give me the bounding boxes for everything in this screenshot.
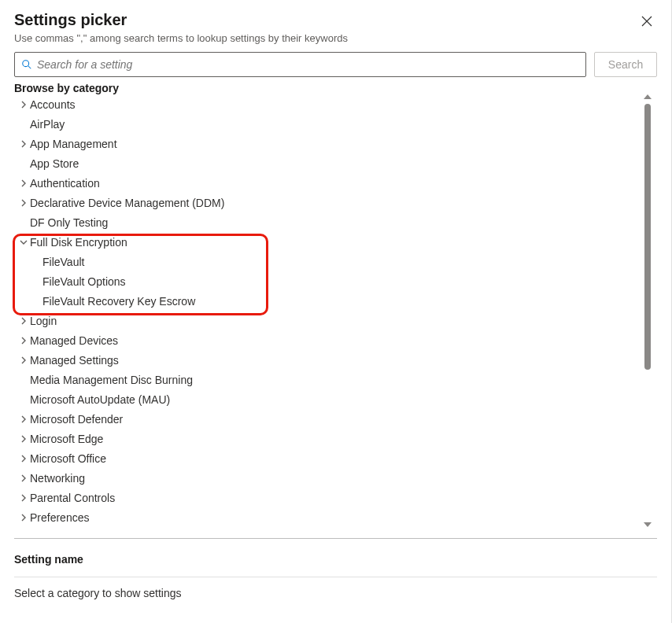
chevron-right-icon bbox=[17, 435, 30, 443]
category-label: Microsoft Defender bbox=[30, 413, 123, 426]
category-item-login[interactable]: Login bbox=[14, 311, 638, 330]
category-item-df-only-testing[interactable]: DF Only Testing bbox=[14, 212, 638, 232]
chevron-right-icon bbox=[17, 514, 30, 522]
search-icon bbox=[21, 59, 32, 70]
svg-line-1 bbox=[28, 66, 31, 69]
category-tree: AccountsAirPlayApp ManagementApp StoreAu… bbox=[14, 94, 657, 527]
category-item-managed-settings[interactable]: Managed Settings bbox=[14, 350, 638, 370]
category-label: Managed Settings bbox=[30, 354, 119, 367]
subcategory-label: FileVault Recovery Key Escrow bbox=[42, 295, 195, 308]
close-icon bbox=[641, 16, 652, 27]
chevron-right-icon bbox=[17, 415, 30, 423]
category-label: Networking bbox=[30, 472, 85, 485]
search-row: Search bbox=[14, 52, 657, 77]
chevron-down-icon bbox=[17, 238, 30, 246]
category-label: Accounts bbox=[30, 98, 76, 111]
close-button[interactable] bbox=[637, 14, 657, 31]
category-item-preferences[interactable]: Preferences bbox=[14, 507, 638, 527]
category-item-authentication[interactable]: Authentication bbox=[14, 173, 638, 193]
empty-settings-message: Select a category to show settings bbox=[14, 577, 657, 609]
category-item-airplay[interactable]: AirPlay bbox=[14, 114, 638, 134]
chevron-right-icon bbox=[17, 101, 30, 109]
subcategory-item-filevault[interactable]: FileVault bbox=[14, 252, 638, 271]
chevron-right-icon bbox=[17, 337, 30, 345]
category-label: Full Disk Encryption bbox=[30, 236, 127, 249]
category-item-app-management[interactable]: App Management bbox=[14, 134, 638, 153]
category-label: Microsoft Edge bbox=[30, 433, 103, 445]
category-item-parental-controls[interactable]: Parental Controls bbox=[14, 488, 638, 507]
category-item-microsoft-autoupdate-mau[interactable]: Microsoft AutoUpdate (MAU) bbox=[14, 389, 638, 409]
subcategory-item-filevault-recovery-key-escrow[interactable]: FileVault Recovery Key Escrow bbox=[14, 291, 638, 311]
category-item-microsoft-defender[interactable]: Microsoft Defender bbox=[14, 409, 638, 429]
chevron-right-icon bbox=[17, 356, 30, 364]
panel-subtitle: Use commas "," among search terms to loo… bbox=[14, 32, 348, 44]
category-item-microsoft-edge[interactable]: Microsoft Edge bbox=[14, 429, 638, 448]
category-item-media-management-disc-burning[interactable]: Media Management Disc Burning bbox=[14, 370, 638, 389]
setting-name-header: Setting name bbox=[14, 539, 657, 577]
chevron-right-icon bbox=[17, 179, 30, 187]
svg-point-0 bbox=[23, 61, 29, 67]
panel-header: Settings picker Use commas "," among sea… bbox=[14, 11, 657, 52]
search-box[interactable] bbox=[14, 52, 586, 77]
category-tree-container: AccountsAirPlayApp ManagementApp StoreAu… bbox=[14, 94, 657, 527]
category-label: Authentication bbox=[30, 177, 100, 190]
scrollbar[interactable] bbox=[641, 94, 655, 527]
search-button[interactable]: Search bbox=[594, 52, 657, 77]
category-label: DF Only Testing bbox=[30, 216, 108, 229]
chevron-right-icon bbox=[17, 317, 30, 325]
category-label: Media Management Disc Burning bbox=[30, 374, 193, 386]
panel-title: Settings picker bbox=[14, 11, 348, 29]
category-label: App Store bbox=[30, 157, 79, 170]
category-label: Declarative Device Management (DDM) bbox=[30, 197, 224, 209]
category-label: Parental Controls bbox=[30, 492, 115, 504]
scroll-down-icon[interactable] bbox=[644, 522, 652, 527]
chevron-right-icon bbox=[17, 140, 30, 148]
category-item-declarative-device-management-ddm[interactable]: Declarative Device Management (DDM) bbox=[14, 193, 638, 212]
category-item-managed-devices[interactable]: Managed Devices bbox=[14, 330, 638, 350]
category-item-accounts[interactable]: Accounts bbox=[14, 94, 638, 114]
chevron-right-icon bbox=[17, 474, 30, 482]
category-label: AirPlay bbox=[30, 118, 65, 131]
chevron-right-icon bbox=[17, 455, 30, 463]
chevron-right-icon bbox=[17, 494, 30, 502]
category-label: Preferences bbox=[30, 511, 89, 524]
browse-by-category-label: Browse by category bbox=[14, 82, 657, 94]
category-label: App Management bbox=[30, 138, 117, 150]
category-label: Microsoft Office bbox=[30, 452, 106, 465]
category-item-microsoft-office[interactable]: Microsoft Office bbox=[14, 448, 638, 468]
settings-picker-panel: Settings picker Use commas "," among sea… bbox=[0, 0, 672, 623]
category-item-networking[interactable]: Networking bbox=[14, 468, 638, 488]
category-label: Microsoft AutoUpdate (MAU) bbox=[30, 393, 170, 406]
category-item-full-disk-encryption[interactable]: Full Disk Encryption bbox=[14, 232, 638, 252]
subcategory-item-filevault-options[interactable]: FileVault Options bbox=[14, 271, 638, 291]
chevron-right-icon bbox=[17, 199, 30, 207]
category-item-app-store[interactable]: App Store bbox=[14, 153, 638, 173]
subcategory-label: FileVault bbox=[42, 256, 84, 268]
search-input[interactable] bbox=[37, 58, 579, 71]
scroll-up-icon[interactable] bbox=[644, 94, 652, 99]
category-label: Managed Devices bbox=[30, 334, 118, 347]
scroll-thumb[interactable] bbox=[644, 104, 651, 370]
subcategory-label: FileVault Options bbox=[42, 275, 126, 288]
category-label: Login bbox=[30, 315, 57, 327]
